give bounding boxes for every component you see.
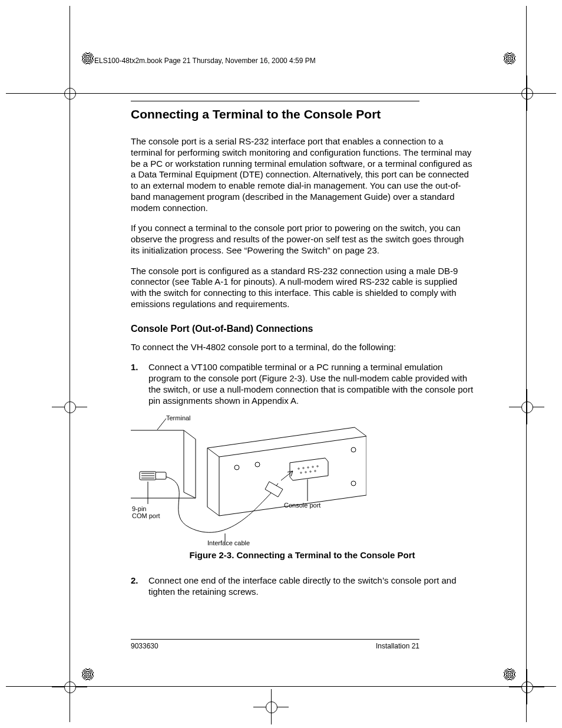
svg-point-16 bbox=[300, 472, 302, 473]
figure: Terminal 9-pin COM port Console port Int… bbox=[131, 416, 366, 545]
svg-point-11 bbox=[298, 468, 299, 469]
figure-label-interface-cable: Interface cable bbox=[207, 539, 250, 548]
svg-point-18 bbox=[310, 471, 311, 472]
svg-point-13 bbox=[308, 467, 309, 468]
corner-dot bbox=[81, 52, 94, 65]
svg-point-14 bbox=[312, 466, 313, 467]
step-text: Connect one end of the interface cable d… bbox=[148, 575, 457, 597]
crop-mark bbox=[253, 689, 289, 724]
running-header: ELS100-48tx2m.book Page 21 Thursday, Nov… bbox=[94, 57, 474, 65]
svg-line-22 bbox=[157, 419, 166, 430]
page-footer: 9033630 Installation 21 bbox=[131, 642, 419, 651]
figure-caption: Figure 2-3. Connecting a Terminal to the… bbox=[131, 550, 474, 561]
svg-line-4 bbox=[207, 448, 219, 457]
figure-label-console-port: Console port bbox=[284, 502, 320, 510]
paragraph: If you connect a terminal to the console… bbox=[131, 223, 474, 256]
svg-point-10 bbox=[351, 481, 356, 486]
step-list: 2. Connect one end of the interface cabl… bbox=[131, 575, 474, 598]
svg-point-12 bbox=[303, 467, 304, 469]
svg-point-8 bbox=[255, 462, 260, 467]
step-list: 1. Connect a VT100 compatible terminal o… bbox=[131, 362, 474, 406]
svg-point-15 bbox=[317, 466, 318, 467]
body-text: The console port is a serial RS-232 inte… bbox=[131, 136, 474, 651]
footer-page-label: Installation 21 bbox=[376, 642, 419, 651]
page: ELS100-48tx2m.book Page 21 Thursday, Nov… bbox=[0, 0, 562, 728]
crop-mark bbox=[509, 389, 544, 424]
svg-point-19 bbox=[315, 470, 316, 472]
step-text: Connect a VT100 compatible terminal or a… bbox=[148, 362, 473, 405]
subsection-heading: Console Port (Out-of-Band) Connections bbox=[131, 323, 474, 335]
list-item: 1. Connect a VT100 compatible terminal o… bbox=[131, 362, 474, 406]
heading-rule bbox=[131, 101, 419, 101]
step-number: 2. bbox=[131, 575, 138, 587]
svg-line-1 bbox=[184, 492, 196, 498]
corner-dot bbox=[503, 52, 516, 65]
paragraph: The console port is configured as a stan… bbox=[131, 266, 474, 310]
hairline bbox=[70, 6, 70, 722]
hairline bbox=[6, 686, 556, 687]
svg-point-7 bbox=[234, 465, 239, 470]
paragraph: To connect the VH-4802 console port to a… bbox=[131, 342, 474, 353]
figure-label-terminal: Terminal bbox=[166, 414, 191, 423]
hairline bbox=[6, 93, 556, 94]
svg-rect-21 bbox=[156, 472, 166, 479]
footer-rule bbox=[131, 639, 419, 640]
section-heading: Connecting a Terminal to the Console Por… bbox=[131, 107, 474, 121]
paragraph: The console port is a serial RS-232 inte… bbox=[131, 136, 474, 213]
svg-line-5 bbox=[219, 436, 366, 457]
figure-svg bbox=[131, 416, 366, 545]
footer-doc-number: 9033630 bbox=[131, 642, 158, 651]
svg-point-9 bbox=[351, 447, 356, 452]
crop-mark bbox=[509, 669, 544, 704]
svg-point-17 bbox=[305, 472, 306, 473]
figure-label-com-port: COM port bbox=[132, 512, 160, 521]
list-item: 2. Connect one end of the interface cabl… bbox=[131, 575, 474, 598]
hairline bbox=[526, 6, 527, 722]
step-number: 1. bbox=[131, 362, 138, 373]
